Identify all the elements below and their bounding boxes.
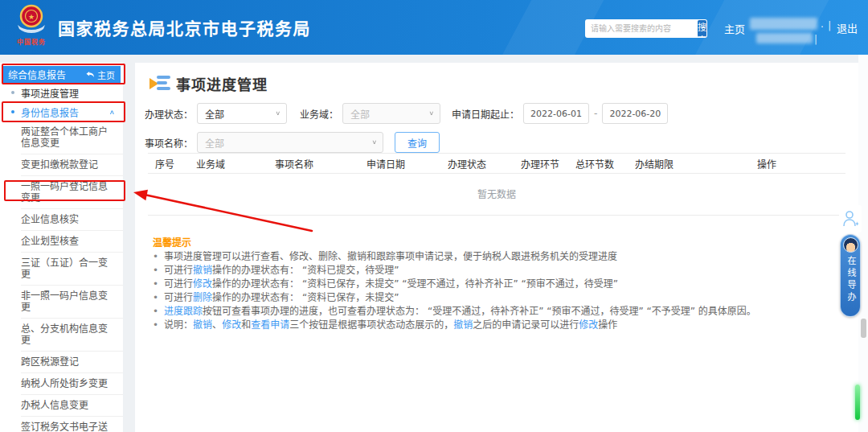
tip-text: 按钮可查看事项办理的进度，也可查看办理状态为： “受理不通过，待补齐补正” “预… [203,306,756,317]
tip-text: 和 [241,319,251,331]
tip-text: 、 [212,319,222,331]
tips-list: •事项进度管理可以进行查看、修改、删除、撤销和跟踪事项申请记录，便于纳税人跟进税… [153,250,844,332]
filter-date-label: 申请日期起止： [452,107,519,121]
sidebar-sub-item[interactable]: 办税人信息变更 [21,395,123,417]
sidebar-sub-list: 两证整合个体工商户信息变更变更扣缴税款登记一照一码户登记信息变更企业信息核实企业… [0,121,123,432]
tip-item: •可进行删除操作的办理状态有： “资料已保存，未提交” [153,291,844,305]
sidebar-sub-item[interactable]: 纳税人所处街乡变更 [21,373,123,395]
online-guide-widget[interactable]: 在线导办 [840,234,861,317]
header-separator-bar-2: | [814,34,817,45]
sidebar-home-link[interactable]: 主页 [86,68,115,81]
select-chevron-icon: ∨ [275,110,280,117]
emblem-icon: ★ [14,2,48,36]
username-blurred [750,18,817,30]
tip-text: 可进行 [164,278,193,290]
date-end-input[interactable] [602,103,668,124]
bullet-marker: • [153,306,158,317]
page-title: 事项进度管理 [176,73,268,94]
header-search: 搜索 [585,19,707,38]
assistant-avatar-icon [843,237,858,253]
tip-text: 可进行 [164,292,193,303]
tip-text: 事项进度管理可以进行查看、修改、删除、撤销和跟踪事项申请记录，便于纳税人跟进税务… [164,251,617,262]
tip-keyword-link: 进度跟踪 [164,306,203,317]
tip-text: 操作的办理状态有： “资料已保存，未提交” “受理不通过，待补齐补正” “预审不… [212,278,618,290]
sidebar-sub-item[interactable]: 变更扣缴税款登记 [21,154,123,176]
sidebar-item-label: 事项进度管理 [21,86,79,100]
logout-link[interactable]: 退出 [837,20,858,35]
table-column-header: 办理环节 [511,157,569,171]
sidebar-section-header[interactable]: 综合信息报告 主页 [2,66,121,83]
table-column-header: 事项名称 [240,157,349,171]
status-select-value: 全部 [205,107,224,121]
tip-text: 三个按钮是根据事项状态动态展示的， [289,319,453,331]
sidebar-sub-item[interactable]: 三证（五证）合一变更 [21,253,123,286]
search-button[interactable]: 搜索 [698,20,706,37]
sidebar-sub-item[interactable]: 两证整合个体工商户信息变更 [21,121,123,154]
tips-title: 温馨提示 [153,235,191,249]
sidebar-sub-item[interactable]: 一照一码户登记信息变更 [21,176,123,209]
svg-text:✦: ✦ [854,220,858,228]
date-start-input[interactable] [523,103,589,124]
table-column-header: 办理状态 [423,157,511,171]
select-chevron-icon: ∨ [428,110,434,117]
sidebar-item-identity-report[interactable]: 身份信息报告 ∧ [0,102,123,121]
select-chevron-icon: ∨ [371,139,377,146]
home-link[interactable]: 主页 [724,21,745,36]
sidebar-item-progress[interactable]: 事项进度管理 [0,83,123,102]
tip-keyword-link: 修改 [579,319,598,331]
user-star-icon: ✦ [842,209,858,228]
tip-text: 可进行 [164,265,193,276]
tip-keyword-link: 撤销 [193,265,212,276]
item-name-select[interactable]: 全部 ∨ [197,132,383,153]
company-name-blurred [756,33,813,43]
online-guide-label: 在线导办 [844,256,857,304]
header-separator-dot: · [821,22,824,33]
item-name-select-value: 全部 [205,136,224,150]
sidebar-menu: 综合信息报告 主页 事项进度管理 身份信息报告 ∧ 两证整合个体工商户信息变更变… [0,63,123,432]
search-input[interactable] [585,19,697,38]
table-column-header: 申请日期 [349,157,423,171]
sidebar-sub-item[interactable]: 签订税务文书电子送达确认书 [21,417,123,432]
table-column-header: 办结期限 [620,157,688,171]
table-column-header: 操作 [688,157,845,171]
page-title-icon [149,74,170,93]
query-button[interactable]: 查询 [395,132,440,153]
tax-bureau-logo: ★ 中国税务 [11,2,51,46]
bullet-marker: • [153,278,158,290]
main-content-panel: 事项进度管理 办理状态： 全部 ∨ 业务域： 全部 ∨ 申请日期起止： - 事项… [135,63,858,432]
progress-table: 序号业务域事项名称申请日期办理状态办理环节总环节数办结期限操作 暂无数据 [148,153,845,216]
bullet-dot-icon [11,91,14,94]
filter-name-label: 事项名称： [145,136,193,150]
sidebar-sub-item[interactable]: 总、分支机构信息变更 [21,319,123,352]
date-range-separator: - [594,108,597,119]
table-column-header: 序号 [148,157,182,171]
bullet-marker: • [153,292,158,303]
tip-text: 操作的办理状态有： “资料已保存，未提交” [212,292,399,303]
tip-keyword-link: 撤销 [193,319,212,331]
tip-text: 之后的申请记录可以进行 [473,319,579,331]
bullet-marker: • [153,265,158,276]
status-select[interactable]: 全部 ∨ [197,103,287,124]
user-service-widget[interactable]: ✦ [839,205,862,232]
svg-text:★: ★ [28,13,35,21]
sidebar-sub-item[interactable]: 非一照一码户信息变更 [21,286,123,319]
table-column-header: 业务域 [182,157,240,171]
table-header-row: 序号业务域事项名称申请日期办理状态办理环节总环节数办结期限操作 [148,153,845,174]
page-scrollbar-thumb[interactable] [861,319,866,338]
business-domain-select[interactable]: 全部 ∨ [342,103,440,124]
sidebar-home-label: 主页 [97,68,115,81]
sidebar-sub-item[interactable]: 企业信息核实 [21,209,123,231]
tip-text: 说明： [164,319,193,331]
tip-keyword-link: 查看申请 [251,319,289,331]
chevron-up-icon: ∧ [109,109,115,116]
tip-text: 操作的办理状态有： “资料已提交，待受理” [212,265,399,276]
sidebar-section-label: 综合信息报告 [8,68,66,81]
app-title: 国家税务总局北京市电子税务局 [58,15,311,39]
sidebar-item-label: 身份信息报告 [21,105,79,119]
tip-item: •进度跟踪按钮可查看事项办理的进度，也可查看办理状态为： “受理不通过，待补齐补… [153,305,844,319]
sidebar-sub-item[interactable]: 企业划型核查 [21,231,123,253]
green-indicator-bar [855,385,860,420]
header-separator-bar: | [828,19,831,31]
sidebar-sub-item[interactable]: 跨区税源登记 [21,352,123,373]
top-header: ★ 中国税务 国家税务总局北京市电子税务局 搜索 主页 · | | 退出 [0,0,868,55]
